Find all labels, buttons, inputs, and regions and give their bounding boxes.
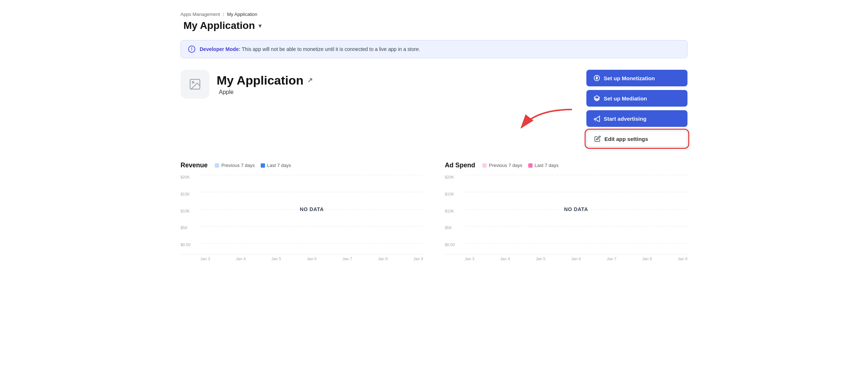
revenue-prev-dot [215, 163, 219, 168]
grid-line [200, 243, 423, 244]
page-title-row: My Application ▾ [181, 20, 687, 31]
info-icon: ! [188, 46, 195, 53]
app-info: My Application ↗ Apple [181, 70, 313, 99]
image-placeholder-icon [188, 78, 201, 91]
adspend-last-dot [528, 163, 533, 168]
edit-app-settings-button[interactable]: Edit app settings [586, 130, 687, 147]
banner-bold: Developer Mode: [200, 46, 240, 52]
app-platform: Apple [217, 89, 313, 95]
grid-line [200, 192, 423, 192]
breadcrumb-current: My Application [227, 12, 257, 17]
monetization-button-label: Set up Monetization [604, 75, 655, 81]
breadcrumb-separator: / [223, 12, 224, 17]
adspend-chart-title: Ad Spend [445, 162, 475, 169]
page-title-text: My Application [183, 20, 255, 31]
adspend-x-labels: Jan 3 Jan 4 Jan 5 Jan 6 Jan 7 Jan 8 Jan … [445, 257, 687, 261]
revenue-chart-grid: NO DATA [200, 175, 423, 243]
start-advertising-button[interactable]: Start advertising [586, 110, 687, 127]
adspend-prev-label: Previous 7 days [489, 163, 522, 168]
setup-mediation-button[interactable]: Set up Mediation [586, 90, 687, 107]
adspend-last-label: Last 7 days [535, 163, 559, 168]
breadcrumb-parent[interactable]: Apps Management [181, 12, 220, 17]
revenue-y-labels: $20K $15K $10K $5K $0.00 [181, 175, 199, 247]
adspend-chart: Ad Spend Previous 7 days Last 7 days $20… [445, 162, 687, 261]
breadcrumb: Apps Management / My Application [181, 12, 687, 17]
app-name-text: My Application [217, 73, 304, 87]
revenue-legend-last: Last 7 days [261, 163, 291, 168]
mediation-button-label: Set up Mediation [604, 95, 647, 102]
app-name-block: My Application ↗ Apple [217, 73, 313, 95]
setup-monetization-button[interactable]: Set up Monetization [586, 70, 687, 86]
adspend-no-data: NO DATA [564, 206, 588, 212]
developer-mode-banner: ! Developer Mode: This app will not be a… [181, 40, 687, 58]
action-buttons: Set up Monetization Set up Mediation [586, 70, 687, 147]
advertising-button-label: Start advertising [604, 116, 646, 122]
grid-line [200, 175, 423, 175]
app-icon [181, 70, 209, 99]
adspend-prev-dot [482, 163, 487, 168]
adspend-chart-area: $20K $15K $10K $5K $0.00 NO DATA [445, 175, 687, 254]
revenue-chart: Revenue Previous 7 days Last 7 days $20K… [181, 162, 423, 261]
megaphone-icon [594, 115, 600, 122]
banner-text: Developer Mode: This app will not be abl… [200, 46, 420, 52]
adspend-y-labels: $20K $15K $10K $5K $0.00 [445, 175, 463, 247]
adspend-legend-last: Last 7 days [528, 163, 559, 168]
grid-line [465, 226, 687, 227]
adspend-chart-header: Ad Spend Previous 7 days Last 7 days [445, 162, 687, 169]
edit-icon [594, 136, 601, 142]
revenue-chart-header: Revenue Previous 7 days Last 7 days [181, 162, 423, 169]
app-platform-text: Apple [219, 89, 234, 95]
app-name: My Application ↗ [217, 73, 313, 87]
dollar-icon [594, 75, 600, 81]
revenue-legend-prev: Previous 7 days [215, 163, 255, 168]
revenue-last-dot [261, 163, 265, 168]
svg-point-1 [192, 82, 194, 83]
revenue-x-labels: Jan 3 Jan 4 Jan 5 Jan 6 Jan 7 Jan 8 Jan … [181, 257, 423, 261]
charts-section: Revenue Previous 7 days Last 7 days $20K… [181, 162, 687, 261]
adspend-legend-prev: Previous 7 days [482, 163, 522, 168]
grid-line [465, 243, 687, 244]
action-buttons-container: Set up Monetization Set up Mediation [586, 70, 687, 147]
app-header: My Application ↗ Apple [181, 70, 687, 147]
grid-line [465, 175, 687, 175]
page-title[interactable]: My Application ▾ [181, 20, 261, 31]
layers-icon [594, 95, 600, 102]
grid-line [200, 226, 423, 227]
revenue-chart-area: $20K $15K $10K $5K $0.00 NO DATA [181, 175, 423, 254]
revenue-chart-title: Revenue [181, 162, 208, 169]
revenue-no-data: NO DATA [300, 206, 324, 212]
annotation-arrow [514, 106, 586, 149]
chevron-down-icon[interactable]: ▾ [259, 22, 261, 29]
revenue-last-label: Last 7 days [267, 163, 291, 168]
adspend-chart-grid: NO DATA [465, 175, 687, 243]
external-link-icon[interactable]: ↗ [307, 76, 313, 84]
adspend-legend: Previous 7 days Last 7 days [482, 163, 559, 168]
banner-message: This app will not be able to monetize un… [242, 46, 420, 52]
revenue-legend: Previous 7 days Last 7 days [215, 163, 291, 168]
edit-settings-button-label: Edit app settings [604, 136, 648, 142]
grid-line [465, 192, 687, 192]
revenue-prev-label: Previous 7 days [221, 163, 255, 168]
